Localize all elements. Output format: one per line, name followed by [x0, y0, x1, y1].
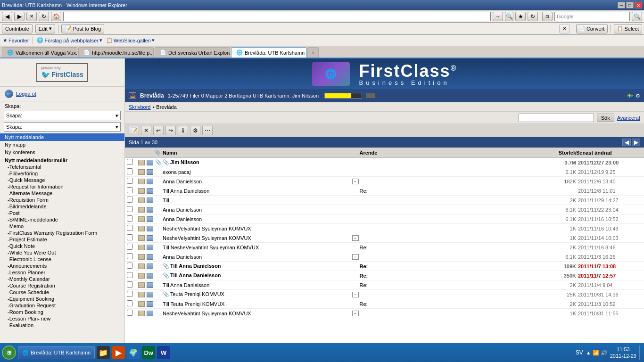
sidebar-menu-item-14[interactable]: -FirstClass Warranty Registration Form	[0, 230, 124, 236]
home-button[interactable]: 🏠	[51, 12, 61, 21]
delete-button[interactable]: ✕	[141, 126, 151, 135]
sidebar-menu-item-17[interactable]: -While You Were Out	[0, 249, 124, 256]
sidebar-menu-item-6[interactable]: -Quick Message	[0, 177, 124, 183]
system-clock[interactable]: 11:53 2011-12-29	[610, 346, 636, 360]
settings-icon[interactable]: ⚙	[636, 93, 640, 99]
contribute-button[interactable]: Contribute	[2, 24, 33, 33]
search-icon[interactable]: 🔍	[505, 12, 513, 21]
sidebar-menu-item-7[interactable]: -Request for Information	[0, 183, 124, 190]
email-collapse-16[interactable]: −	[351, 311, 360, 316]
logout-label[interactable]: Logga ut	[16, 91, 36, 97]
prev-page-button[interactable]: ◀	[622, 139, 631, 146]
edit-dropdown-icon[interactable]: ▾	[49, 25, 52, 32]
email-checkbox-13[interactable]	[127, 281, 137, 288]
explorer-taskbar[interactable]: 📁	[97, 346, 110, 359]
refresh-button[interactable]: ↻	[39, 12, 49, 21]
start-button[interactable]: ⊞	[2, 346, 16, 360]
address-input[interactable]: http://fc.utb.karlshamn.se/Login/FOV1-00…	[63, 12, 491, 21]
sidebar-menu-item-20[interactable]: -Lesson Planner	[0, 269, 124, 276]
date-column-header[interactable]: Senast ändrad	[576, 150, 642, 156]
create-dropdown2[interactable]: Skapa: ▾	[4, 122, 121, 132]
breadcrumb-home[interactable]: Skrivbord	[129, 104, 150, 110]
sidebar-menu-item-24[interactable]: -Equipment Booking	[0, 296, 124, 302]
email-checkbox-12[interactable]	[127, 272, 137, 279]
settings-btn[interactable]: ⚙	[190, 126, 200, 135]
tab-moodle[interactable]: 📄 http://moodle.lnu.se/file.p...	[78, 47, 154, 58]
email-row[interactable]: Till Teuta Preniqi KOMVUX Re: 2K 2011/11…	[125, 299, 644, 309]
inbox-search-input[interactable]	[519, 114, 594, 122]
forward-button[interactable]: ↪	[165, 126, 176, 135]
email-checkbox-5[interactable]	[127, 206, 137, 213]
go-button[interactable]: →	[493, 12, 503, 21]
email-row[interactable]: NesheVelyahtint Syuleyman KOMVUX − 1K 20…	[125, 233, 644, 243]
taskbar-ie[interactable]: 🌐 Brevlåda: UTB Karlshamn	[18, 346, 95, 359]
email-checkbox-16[interactable]	[127, 310, 137, 317]
forward-button[interactable]: ▶	[14, 12, 25, 21]
email-row[interactable]: NesheVelyahtint Syuleyman KOMVUX − 1K 20…	[125, 309, 644, 318]
dw-taskbar[interactable]: Dw	[142, 346, 155, 359]
sidebar-menu-item-11[interactable]: -Post	[0, 210, 124, 216]
word-taskbar[interactable]: W	[157, 346, 170, 359]
email-row[interactable]: NesheVelyahtint Syuleyman KOMVUX 1K 2011…	[125, 224, 644, 233]
info-button[interactable]: ℹ	[178, 126, 188, 135]
email-checkbox-4[interactable]	[127, 197, 137, 204]
email-checkbox-10[interactable]	[127, 253, 137, 260]
sidebar-menu-item-28[interactable]: -Evaluation	[0, 322, 124, 329]
sidebar-menu-item-22[interactable]: -Course Registration	[0, 282, 124, 289]
email-checkbox-7[interactable]	[127, 225, 137, 232]
sidebar-menu-item-25[interactable]: -Graduation Request	[0, 302, 124, 309]
sidebar-menu-item-2[interactable]: Ny konferens	[0, 148, 124, 156]
sidebar-menu-item-8[interactable]: -Alternate Message	[0, 190, 124, 197]
sidebar-menu-item-23[interactable]: -Course Schedule	[0, 289, 124, 296]
close-button[interactable]: ✕	[635, 2, 642, 8]
sidebar-menu-item-19[interactable]: -Announcements	[0, 263, 124, 269]
back-button[interactable]: ◀	[2, 12, 12, 21]
email-collapse-2[interactable]: −	[351, 179, 360, 184]
sidebar-menu-item-10[interactable]: -Bildmeddelande	[0, 203, 124, 210]
email-row[interactable]: Anna Danielsson 6.1K 2011/11/22 23:04	[125, 205, 644, 214]
email-checkbox-2[interactable]	[127, 178, 137, 185]
sidebar-menu-item-12[interactable]: -S/MIME-meddelande	[0, 216, 124, 223]
compat-icon[interactable]: ⊡	[542, 12, 553, 21]
network-taskbar[interactable]: 🌍	[127, 346, 140, 359]
email-row[interactable]: Till Anna Danielsson Re: 2K 2011/11/4 9:…	[125, 280, 644, 290]
close-toolbar-button[interactable]: ✕	[559, 24, 570, 33]
advanced-search-link[interactable]: Avancerat	[617, 115, 640, 121]
tab-urban[interactable]: 📄 Det svenska Urban Explora...	[155, 47, 230, 58]
webslice-dropdown-icon[interactable]: ▾	[152, 37, 155, 43]
sidebar-menu-item-21[interactable]: -Monthly Calendar	[0, 276, 124, 282]
favorites-icon[interactable]: ★	[515, 12, 526, 21]
email-collapse-8[interactable]: −	[351, 235, 360, 241]
edit-button[interactable]: Edit ▾	[35, 24, 55, 33]
search-input[interactable]	[554, 12, 630, 21]
sidebar-menu-item-26[interactable]: -Room Booking	[0, 309, 124, 315]
email-checkbox-3[interactable]	[127, 187, 137, 194]
tab-brevlada[interactable]: 🌐 Brevlåda: UTB Karlshamn ✕	[231, 47, 306, 58]
email-row[interactable]: 📎Till Anna Danielsson Re: 350K 2011/11/7…	[125, 271, 644, 280]
create-dropdown1[interactable]: Skapa: ▾	[4, 111, 121, 120]
email-row[interactable]: exona pacaj 6.1K 2011/12/19 9:25	[125, 167, 644, 177]
show-desktop-button[interactable]	[639, 346, 642, 360]
suggested-sites-link[interactable]: 🌐 Förslag på webbplatser ▾	[37, 37, 102, 43]
email-row[interactable]: 📎Till Anna Danielsson Re: 109K 2011/11/7…	[125, 262, 644, 271]
reply-button[interactable]: ↩	[153, 126, 164, 135]
restore-button[interactable]: □	[626, 2, 634, 8]
size-column-header[interactable]: Storlek	[548, 150, 576, 156]
email-checkbox-1[interactable]	[127, 168, 137, 175]
stop-button[interactable]: ✕	[26, 12, 37, 21]
email-checkbox-9[interactable]	[127, 244, 137, 251]
refresh2-icon[interactable]: ↻	[528, 12, 538, 21]
sidebar-menu-item-4[interactable]: -Telefonsamtal	[0, 164, 124, 170]
select-button[interactable]: 📋 Select	[614, 24, 642, 33]
sidebar-menu-item-0[interactable]: Nytt meddelande	[0, 133, 124, 141]
tab-vagga[interactable]: 🌐 Välkommen till Vägga Vux...	[2, 47, 77, 58]
email-collapse-14[interactable]: −	[351, 292, 360, 297]
email-checkbox-15[interactable]	[127, 300, 137, 307]
sidebar-menu-item-27[interactable]: -Lesson Plan- new	[0, 315, 124, 322]
new-msg-button[interactable]: 📝	[129, 126, 139, 135]
mediaplayer-taskbar[interactable]: ▶	[112, 346, 125, 359]
email-checkbox-8[interactable]	[127, 234, 137, 241]
email-checkbox-6[interactable]	[127, 215, 137, 222]
email-row[interactable]: Anna Danielsson 6.1K 2011/11/16 10:52	[125, 214, 644, 224]
dropdown-icon[interactable]: ▾	[99, 37, 102, 43]
